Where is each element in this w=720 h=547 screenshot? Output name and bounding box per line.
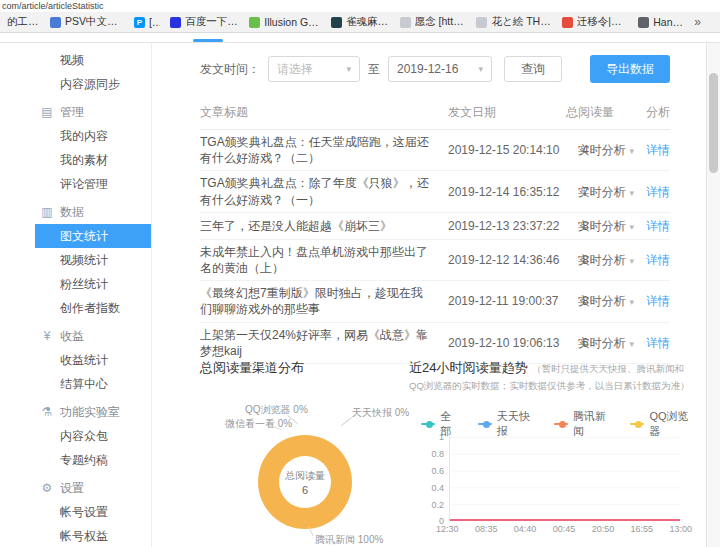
baidu-favicon (170, 17, 181, 28)
sidebar-item-topic-solicitation[interactable]: 专题约稿 (35, 448, 151, 472)
bookmark-item[interactable]: PSV中文游戏全集 - ... (45, 13, 129, 31)
sidebar-item-content-crowdsource[interactable]: 内容众包 (35, 424, 151, 448)
bookmark-item[interactable]: P [pixiv] (129, 14, 165, 30)
article-title-link[interactable]: 未成年禁止入内！盘点单机游戏中那些出了名的黄油（上） (200, 244, 440, 276)
address-url-fragment[interactable]: com/article/articleStatistic (0, 0, 720, 12)
sidebar-item-my-materials[interactable]: 我的素材 (35, 148, 151, 172)
page-tab-strip (0, 33, 720, 43)
main-content: 发文时间： 请选择 ▾ 至 2019-12-16 ▾ 查询 导出数据 文章标题 … (153, 43, 706, 547)
to-label: 至 (368, 61, 380, 78)
bookmark-item[interactable]: Illusion Game Card... (244, 14, 326, 30)
line-chart-plot: 1 0.8 0.6 0.4 0.2 0 12:30 08:35 04:40 (449, 437, 680, 521)
article-title-link[interactable]: TGA颁奖典礼盘点：除了年度《只狼》，还有什么好游戏？（一） (200, 175, 440, 207)
legend-item-tiantian-kuaibao[interactable]: 天天快报 (478, 409, 536, 439)
query-button[interactable]: 查询 (504, 56, 562, 82)
realtime-analysis-dropdown[interactable]: 实时分析▾ (577, 252, 634, 266)
active-tab-indicator (193, 39, 223, 42)
bookmark-favicon (50, 17, 61, 28)
bookmark-item[interactable]: 花と絵 THE ANIMAT... (471, 13, 556, 31)
sidebar-item-fan-stats[interactable]: 粉丝统计 (35, 272, 151, 296)
caret-down-icon: ▾ (346, 64, 351, 74)
clipboard-icon: ▤ (38, 100, 56, 124)
realtime-analysis-dropdown[interactable]: 实时分析▾ (577, 335, 634, 349)
trend-header: 近24小时阅读量趋势 （暂时只提供天天快报、腾讯新闻和QQ浏览器的实时数据；实时… (409, 359, 694, 393)
sidebar-item-revenue-stats[interactable]: 收益统计 (35, 348, 151, 372)
table-row: 《最终幻想7重制版》限时独占，趁现在我们聊聊游戏外的那些事 2019-12-11… (200, 281, 670, 322)
x-tick: 12:30 (436, 524, 459, 534)
sidebar-item-creator-index[interactable]: 创作者指数 (35, 296, 151, 320)
sidebar-section-management[interactable]: ▤ 管理 (35, 100, 151, 124)
export-data-button[interactable]: 导出数据 (590, 55, 670, 83)
detail-link[interactable]: 详情 (646, 184, 670, 198)
article-title-link[interactable]: 上架第一天仅24%好评率，网易《战意》靠梦想kaij (200, 327, 440, 359)
sidebar-item-account-settings[interactable]: 帐号设置 (35, 500, 151, 524)
table-header-row: 文章标题 发文日期 总阅读量 分析 (200, 95, 670, 130)
caret-down-icon: ▾ (629, 297, 634, 307)
caret-down-icon: ▾ (629, 221, 634, 231)
bookmark-item[interactable]: Hans.Chan... (633, 14, 691, 30)
bookmark-item[interactable]: 百度一下，你就知道 (165, 13, 244, 31)
scrollbar-thumb[interactable] (709, 73, 718, 173)
bookmark-label: 雀魂麻将majsoul (346, 15, 390, 29)
y-tick: 0.4 (418, 483, 444, 493)
sidebar-section-label: 管理 (60, 105, 84, 119)
detail-link[interactable]: 详情 (646, 294, 670, 308)
header-publish-date: 发文日期 (448, 104, 566, 121)
start-date-select[interactable]: 请选择 ▾ (268, 56, 360, 82)
caret-down-icon: ▾ (629, 255, 634, 265)
sidebar-item-settlement-center[interactable]: 结算中心 (35, 372, 151, 396)
bookmark-item[interactable]: 雀魂麻将majsoul (326, 13, 395, 31)
bookmarks-overflow-chevron[interactable]: » (691, 15, 704, 29)
sidebar-section-settings[interactable]: ⚙ 设置 (35, 476, 151, 500)
legend-item-qq-browser[interactable]: QQ浏览器 (630, 409, 694, 439)
bookmark-item[interactable]: 迁移令|鹅娜|新闻|... (557, 13, 633, 31)
legend-marker-icon (630, 423, 644, 425)
sidebar-section-lab[interactable]: ⚗ 功能实验室 (35, 400, 151, 424)
publish-date: 2019-12-13 23:37:22 (448, 219, 566, 233)
sidebar-item-my-content[interactable]: 我的内容 (35, 124, 151, 148)
end-date-select[interactable]: 2019-12-16 ▾ (388, 56, 492, 82)
sidebar-item-account-rights[interactable]: 帐号权益 (35, 524, 151, 547)
sidebar-item-video-stats[interactable]: 视频统计 (35, 248, 151, 272)
sidebar-section-revenue[interactable]: ¥ 收益 (35, 324, 151, 348)
y-tick: 1 (418, 432, 444, 442)
sidebar-item-content-source-sync[interactable]: 内容源同步 (35, 72, 151, 96)
article-title-link[interactable]: 三年了，还是没人能超越《崩坏三》 (200, 218, 440, 234)
realtime-analysis-dropdown[interactable]: 实时分析▾ (577, 143, 634, 157)
realtime-analysis-dropdown[interactable]: 实时分析▾ (577, 218, 634, 232)
realtime-analysis-dropdown[interactable]: 实时分析▾ (577, 184, 634, 198)
article-title-link[interactable]: 《最终幻想7重制版》限时独占，趁现在我们聊聊游戏外的那些事 (200, 285, 440, 317)
bookmark-label: Hans.Chan... (653, 16, 686, 28)
detail-link[interactable]: 详情 (646, 143, 670, 157)
donut-label-qq-browser: QQ浏览器 0% (245, 403, 308, 417)
bookmark-label: [pixiv] (149, 16, 160, 28)
y-tick: 0.8 (418, 449, 444, 459)
bookmark-label: 迁移令|鹅娜|新闻|... (577, 15, 628, 29)
x-tick: 08:35 (475, 524, 498, 534)
detail-link[interactable]: 详情 (646, 252, 670, 266)
detail-link[interactable]: 详情 (646, 218, 670, 232)
donut-chart: 总阅读量 6 (258, 435, 352, 529)
donut-label-tiantian-kuaibao: 天天快报 0% (352, 406, 409, 420)
analysis-cell: 实时分析▾详情 (626, 334, 670, 352)
donut-center-label: 总阅读量 (285, 469, 325, 483)
analysis-cell: 实时分析▾详情 (626, 217, 670, 235)
vertical-scrollbar[interactable] (706, 43, 720, 547)
caret-down-icon: ▾ (629, 338, 634, 348)
analysis-cell: 实时分析▾详情 (626, 141, 670, 159)
sidebar-item-video[interactable]: 视频 (35, 48, 151, 72)
sidebar-item-comment-management[interactable]: 评论管理 (35, 172, 151, 196)
sidebar-item-article-stats[interactable]: 图文统计 (35, 224, 151, 248)
sidebar-section-label: 设置 (60, 481, 84, 495)
bar-chart-icon: ▥ (38, 200, 56, 224)
legend-item-tencent-news[interactable]: 腾讯新闻 (554, 409, 612, 439)
article-stats-table: 文章标题 发文日期 总阅读量 分析 TGA颁奖典礼盘点：任天堂成陪跑，这届还有什… (200, 95, 670, 364)
sidebar-section-data[interactable]: ▥ 数据 (35, 200, 151, 224)
bookmark-item[interactable]: 的工作内容 (2, 13, 45, 31)
bookmark-item[interactable]: 愿念 [http://56379... (395, 13, 472, 31)
realtime-analysis-dropdown[interactable]: 实时分析▾ (577, 294, 634, 308)
bookmark-favicon (249, 17, 260, 28)
article-title-link[interactable]: TGA颁奖典礼盘点：任天堂成陪跑，这届还有什么好游戏？（二） (200, 134, 440, 166)
end-date-value: 2019-12-16 (397, 62, 458, 76)
detail-link[interactable]: 详情 (646, 335, 670, 349)
